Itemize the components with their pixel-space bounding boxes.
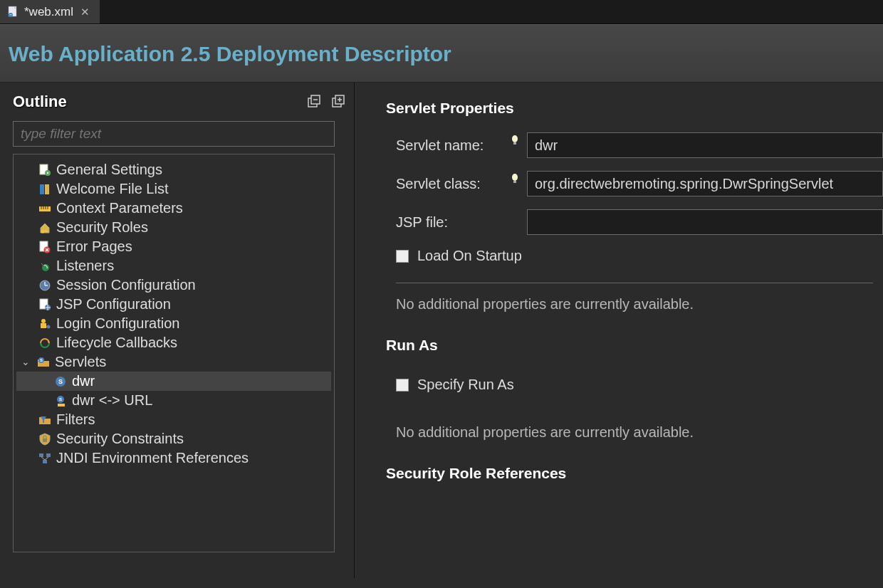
tree-item-servlet-dwr[interactable]: Sdwr	[16, 372, 331, 391]
tree-item-filters[interactable]: Filters	[16, 410, 331, 429]
svg-line-46	[41, 457, 45, 460]
svg-rect-44	[46, 453, 51, 457]
tab-label: *web.xml	[24, 5, 73, 19]
close-icon[interactable]: ✕	[78, 6, 93, 19]
tree-item-lifecycle-callbacks[interactable]: Lifecycle Callbacks	[16, 333, 331, 352]
tree-item-error-pages[interactable]: Error Pages	[16, 237, 331, 256]
tree-item-login-configuration[interactable]: Login Configuration	[16, 314, 331, 333]
svg-line-47	[45, 457, 48, 460]
info-no-additional-runas: No additional properties are currently a…	[396, 424, 883, 441]
details-panel: Servlet Properties Servlet name: Servlet…	[355, 83, 883, 578]
svg-rect-51	[513, 181, 516, 183]
tab-bar: *web.xml ✕	[0, 0, 883, 24]
svg-point-11	[47, 172, 48, 173]
editor-header: Web Application 2.5 Deployment Descripto…	[0, 24, 883, 83]
tree-item-servlet-mapping-dwr[interactable]: Sdwr <-> URL	[16, 391, 331, 410]
chevron-down-icon[interactable]: ⌄	[19, 356, 32, 369]
checkbox-specify-run-as[interactable]	[396, 379, 409, 392]
svg-rect-14	[39, 206, 51, 211]
outline-tree: General Settings Welcome File List Conte…	[13, 154, 335, 552]
user-key-icon	[38, 317, 52, 331]
ruler-icon	[38, 201, 52, 216]
section-title-run-as: Run As	[386, 331, 883, 364]
svg-rect-13	[45, 184, 49, 194]
svg-rect-12	[40, 184, 44, 194]
svg-point-19	[41, 229, 45, 233]
editor-body: Outline General Settings Welcome File Li…	[0, 83, 883, 578]
tree-item-jndi-environment-references[interactable]: JNDI Environment References	[16, 448, 331, 468]
label-load-on-startup: Load On Startup	[417, 248, 522, 264]
tree-item-session-configuration[interactable]: Session Configuration	[16, 275, 331, 295]
svg-rect-45	[43, 460, 47, 463]
svg-rect-41	[58, 404, 65, 406]
lightbulb-icon[interactable]	[511, 135, 518, 145]
collapse-all-icon[interactable]	[307, 94, 323, 110]
input-jsp-file[interactable]	[527, 209, 883, 235]
svg-rect-20	[44, 231, 48, 232]
tree-item-general-settings[interactable]: General Settings	[16, 160, 331, 179]
shield-lock-icon	[38, 432, 52, 446]
section-security-role-references: Security Role References	[376, 459, 883, 492]
svg-point-1	[9, 13, 13, 17]
checkbox-load-on-startup[interactable]	[396, 250, 409, 263]
servlet-folder-icon: S	[36, 355, 51, 369]
ear-icon	[38, 259, 52, 273]
tree-item-welcome-file-list[interactable]: Welcome File List	[16, 179, 331, 199]
section-title-servlet-properties: Servlet Properties	[386, 94, 883, 127]
svg-text:S: S	[40, 358, 43, 362]
expand-all-icon[interactable]	[331, 94, 347, 110]
house-key-icon	[38, 221, 52, 235]
input-servlet-name[interactable]	[527, 132, 883, 158]
label-specify-run-as: Specify Run As	[417, 377, 514, 393]
clock-icon	[38, 278, 52, 293]
svg-point-48	[512, 135, 518, 142]
outline-panel: Outline General Settings Welcome File Li…	[0, 83, 355, 578]
filter-folder-icon	[38, 413, 52, 427]
tree-item-context-parameters[interactable]: Context Parameters	[16, 199, 331, 218]
lightbulb-icon[interactable]	[511, 174, 518, 184]
svg-rect-32	[41, 323, 46, 328]
section-run-as: Run As Specify Run As No additional prop…	[376, 331, 883, 441]
filter-input[interactable]	[13, 121, 335, 147]
svg-point-50	[512, 174, 518, 181]
svg-rect-43	[39, 453, 43, 457]
svg-text:S: S	[59, 397, 62, 401]
book-icon	[38, 182, 52, 196]
svg-rect-49	[513, 142, 516, 145]
document-gear-icon	[38, 163, 52, 177]
section-title-security-role-references: Security Role References	[386, 459, 883, 492]
jndi-tree-icon	[38, 451, 52, 466]
page-title: Web Application 2.5 Deployment Descripto…	[9, 42, 874, 66]
tree-item-security-constraints[interactable]: Security Constraints	[16, 429, 331, 448]
svg-rect-34	[46, 326, 48, 327]
outline-title: Outline	[13, 93, 67, 111]
divider	[396, 283, 873, 283]
refresh-arrows-icon	[38, 336, 52, 350]
svg-rect-42	[43, 439, 47, 442]
servlet-mapping-icon: S	[53, 394, 68, 408]
section-servlet-properties: Servlet Properties Servlet name: Servlet…	[376, 94, 883, 313]
info-no-additional-servlet: No additional properties are currently a…	[396, 296, 883, 313]
label-servlet-name: Servlet name:	[396, 137, 503, 154]
input-servlet-class[interactable]	[527, 171, 883, 196]
label-jsp-file: JSP file:	[396, 214, 503, 231]
svg-point-31	[41, 319, 46, 323]
jsp-gear-icon	[38, 298, 52, 312]
label-servlet-class: Servlet class:	[396, 176, 503, 192]
svg-text:S: S	[58, 378, 63, 385]
tree-item-jsp-configuration[interactable]: JSP Configuration	[16, 295, 331, 314]
document-error-icon	[38, 240, 52, 254]
tab-web-xml[interactable]: *web.xml ✕	[0, 0, 100, 23]
tree-item-listeners[interactable]: Listeners	[16, 256, 331, 275]
tree-item-security-roles[interactable]: Security Roles	[16, 218, 331, 237]
xml-file-icon	[7, 6, 20, 19]
servlet-node-icon: S	[53, 374, 68, 389]
tree-item-servlets[interactable]: ⌄SServlets	[16, 352, 331, 372]
